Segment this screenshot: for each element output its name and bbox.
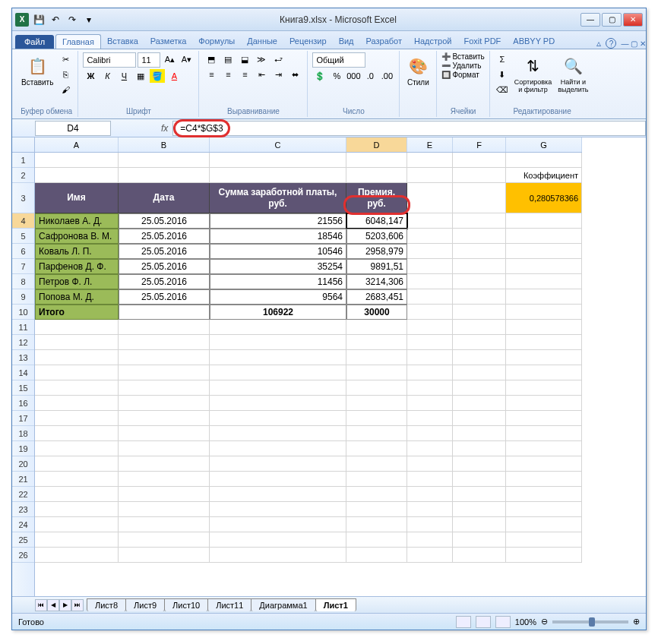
row-header-5[interactable]: 5 — [12, 229, 34, 244]
cell-G22[interactable] — [506, 487, 582, 502]
row-header-2[interactable]: 2 — [12, 168, 34, 183]
cell-B17[interactable] — [119, 411, 210, 426]
save-icon[interactable]: 💾 — [32, 13, 46, 27]
col-header-A[interactable]: A — [35, 137, 119, 152]
cell-D25[interactable] — [346, 532, 407, 548]
page-layout-view-icon[interactable] — [476, 616, 491, 628]
cell-E9[interactable] — [407, 289, 453, 305]
delete-cells-button[interactable]: ➖Удалить — [441, 62, 481, 70]
wrap-text-icon[interactable]: ⮐ — [270, 52, 286, 66]
cell-E8[interactable] — [407, 274, 453, 289]
ribbon-tab-9[interactable]: Foxit PDF — [457, 34, 507, 49]
cell-G1[interactable] — [506, 153, 582, 168]
cell-B4[interactable]: 25.05.2016 — [119, 213, 210, 229]
cell-F5[interactable] — [453, 229, 506, 244]
cell-C11[interactable] — [210, 320, 346, 335]
cell-A9[interactable]: Попова М. Д. — [35, 289, 119, 305]
cell-C4[interactable]: 21556 — [210, 213, 346, 229]
cell-C15[interactable] — [210, 380, 346, 396]
help-icon[interactable]: ? — [606, 38, 616, 49]
col-header-F[interactable]: F — [453, 137, 506, 152]
cell-C20[interactable] — [210, 456, 346, 472]
cell-A12[interactable] — [35, 335, 119, 350]
merge-icon[interactable]: ⬌ — [287, 68, 302, 81]
cell-A20[interactable] — [35, 456, 119, 472]
cell-A24[interactable] — [35, 517, 119, 532]
italic-button[interactable]: К — [100, 69, 115, 83]
cell-A3[interactable]: Имя — [35, 183, 119, 213]
cell-E3[interactable] — [407, 183, 453, 213]
cell-A11[interactable] — [35, 320, 119, 335]
col-header-D[interactable]: D — [346, 137, 407, 152]
ribbon-tab-1[interactable]: Вставка — [101, 34, 144, 49]
row-header-8[interactable]: 8 — [12, 274, 34, 289]
copy-icon[interactable]: ⎘ — [58, 68, 73, 81]
sheet-tab-5[interactable]: Лист1 — [315, 598, 356, 611]
cell-E5[interactable] — [407, 229, 453, 244]
undo-icon[interactable]: ↶ — [49, 13, 62, 27]
cell-C23[interactable] — [210, 502, 346, 517]
row-header-20[interactable]: 20 — [12, 456, 34, 472]
comma-icon[interactable]: 000 — [346, 69, 361, 83]
cell-D6[interactable]: 2958,979 — [346, 244, 407, 259]
cell-D2[interactable] — [346, 168, 407, 183]
cell-A1[interactable] — [35, 153, 119, 168]
fill-color-icon[interactable]: 🪣 — [150, 69, 165, 83]
sheet-nav-prev-icon[interactable]: ◀ — [47, 599, 59, 611]
cell-B12[interactable] — [119, 335, 210, 350]
cell-C13[interactable] — [210, 350, 346, 365]
insert-cells-button[interactable]: ➕Вставить — [441, 52, 484, 61]
cell-D23[interactable] — [346, 502, 407, 517]
cell-F23[interactable] — [453, 502, 506, 517]
cell-B3[interactable]: Дата — [119, 183, 210, 213]
maximize-button[interactable]: ▢ — [602, 13, 622, 27]
row-header-3[interactable]: 3 — [12, 183, 34, 213]
cell-E20[interactable] — [407, 456, 453, 472]
row-header-17[interactable]: 17 — [12, 411, 34, 426]
row-header-1[interactable]: 1 — [12, 153, 34, 168]
cell-C8[interactable]: 11456 — [210, 274, 346, 289]
align-center-icon[interactable]: ≡ — [220, 68, 236, 81]
format-cells-button[interactable]: 🔲Формат — [441, 71, 479, 79]
cell-E4[interactable] — [407, 213, 453, 229]
increase-indent-icon[interactable]: ⇥ — [270, 68, 286, 81]
cells-area[interactable]: КоэффициентИмяДатаСумма заработной платы… — [35, 153, 646, 596]
cell-G18[interactable] — [506, 426, 582, 441]
font-size-combo[interactable]: 11 — [138, 52, 160, 68]
cell-F24[interactable] — [453, 517, 506, 532]
close-button[interactable]: ✕ — [623, 13, 643, 27]
bold-button[interactable]: Ж — [83, 69, 98, 83]
worksheet-grid[interactable]: ABCDEFG 12345678910111213141516171819202… — [12, 137, 646, 596]
cell-C9[interactable]: 9564 — [210, 289, 346, 305]
border-icon[interactable]: ▦ — [133, 69, 148, 83]
cell-F19[interactable] — [453, 441, 506, 456]
page-break-view-icon[interactable] — [495, 616, 511, 628]
sheet-tab-2[interactable]: Лист10 — [164, 598, 208, 611]
sheet-nav-first-icon[interactable]: ⏮ — [35, 599, 47, 611]
cell-D17[interactable] — [346, 411, 407, 426]
cell-B6[interactable]: 25.05.2016 — [119, 244, 210, 259]
cell-D26[interactable] — [346, 548, 407, 563]
cell-G25[interactable] — [506, 532, 582, 548]
cell-A10[interactable]: Итого — [35, 305, 119, 320]
cell-B16[interactable] — [119, 396, 210, 411]
cell-D3[interactable]: Премия, руб. — [346, 183, 407, 213]
row-header-25[interactable]: 25 — [12, 532, 34, 548]
cell-G15[interactable] — [506, 380, 582, 396]
cell-C3[interactable]: Сумма заработной платы, руб. — [210, 183, 346, 213]
cell-C21[interactable] — [210, 472, 346, 487]
styles-button[interactable]: 🎨 Стили — [404, 52, 432, 88]
ribbon-tab-0[interactable]: Главная — [55, 34, 101, 49]
cell-E6[interactable] — [407, 244, 453, 259]
cell-G8[interactable] — [506, 274, 582, 289]
cell-C12[interactable] — [210, 335, 346, 350]
cell-F10[interactable] — [453, 305, 506, 320]
underline-button[interactable]: Ч — [116, 69, 131, 83]
cell-G16[interactable] — [506, 396, 582, 411]
row-header-10[interactable]: 10 — [12, 305, 34, 320]
sheet-tab-1[interactable]: Лист9 — [125, 598, 165, 611]
cell-B13[interactable] — [119, 350, 210, 365]
cell-E25[interactable] — [407, 532, 453, 548]
cell-E11[interactable] — [407, 320, 453, 335]
font-name-combo[interactable]: Calibri — [83, 52, 136, 68]
